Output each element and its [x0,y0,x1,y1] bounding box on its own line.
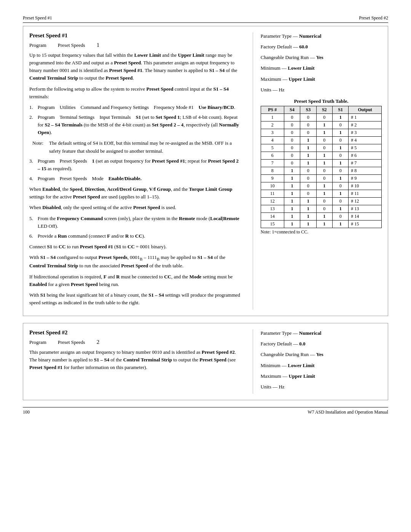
table-cell: # 14 [349,212,382,220]
table-cell: 0 [300,121,316,129]
table-cell: 1 [316,190,332,197]
table-cell: 13 [261,205,284,212]
table-cell: 0 [300,174,316,182]
table-cell: 0 [332,182,348,190]
table-cell: 0 [284,121,300,129]
table-cell: 1 [300,197,316,205]
table-cell: 1 [284,205,300,212]
param-default-2: Factory Default — 0.0 [261,340,382,348]
table-row: 131101# 13 [261,205,381,212]
table-cell: 1 [284,212,300,220]
list-item-6: 6. Provide a Run command (connect F and/… [29,232,241,240]
binary-text: With S1 – S4 configured to output Preset… [29,254,241,270]
table-cell: 0 [300,190,316,197]
program-line-2: Program Preset Speeds 2 [29,339,241,345]
truth-table-body: 10001# 120010# 230011# 340100# 450101# 5… [261,113,381,228]
table-row: 10001# 1 [261,113,381,121]
table-cell: # 12 [349,197,382,205]
table-cell: 0 [284,159,300,167]
param-changeable-2: Changeable During Run — Yes [261,351,382,358]
param-units-1: Units — Hz [261,86,382,94]
table-cell: 3 [261,129,284,136]
table-row: 70111# 7 [261,159,381,167]
table-cell: 1 [332,159,348,167]
table-cell: # 2 [349,121,382,129]
table-cell: 7 [261,159,284,167]
disabled-text: When Disabled, only the speed setting of… [29,204,241,211]
param-type-1: Parameter Type — Numerical [261,32,382,40]
table-cell: 9 [261,174,284,182]
section2-intro: This parameter assigns an output frequen… [29,348,241,371]
program-sub-2: Preset Speeds [58,339,85,345]
table-cell: 0 [300,129,316,136]
lsb-text: With S1 being the least significant bit … [29,291,241,307]
table-cell: 1 [316,159,332,167]
table-cell: 1 [332,174,348,182]
table-cell: 0 [284,129,300,136]
table-cell: 1 [284,174,300,182]
table-cell: 0 [332,212,348,220]
program-label-1: Program [29,42,46,48]
table-cell: 0 [332,136,348,144]
footer-right: W7 ASD Installation and Operation Manual [307,409,388,415]
table-cell: 1 [300,205,316,212]
table-cell: 0 [316,197,332,205]
table-cell: 1 [300,152,316,159]
table-cell: 12 [261,197,284,205]
param-min-2: Minimum — Lower Limit [261,362,382,369]
table-row: 91001# 9 [261,174,381,182]
col-s1: S1 [332,106,348,113]
table-cell: 1 [332,144,348,152]
steps-list-2: 3. Program Preset Speeds 1 (set an outpu… [29,157,241,182]
table-cell: # 3 [349,129,382,136]
param-default-1: Factory Default — 60.0 [261,43,382,51]
footer-left: 100 [23,409,30,415]
table-cell: 1 [284,190,300,197]
table-cell: 0 [316,167,332,174]
table-row: 101010# 10 [261,182,381,190]
table-cell: 1 [332,129,348,136]
table-cell: 1 [284,220,300,228]
param-units-2: Units — Hz [261,383,382,391]
table-cell: 1 [300,220,316,228]
note-item-1: Note: The default setting of S4 is EOff,… [32,139,241,155]
page: Preset Speed #1 Preset Speed #2 Preset S… [0,0,411,532]
table-cell: 1 [261,113,284,121]
steps-list-3: 5. From the Frequency Command screen (on… [29,215,241,240]
table-cell: 8 [261,167,284,174]
program-label-2: Program [29,339,46,345]
table-cell: 0 [332,167,348,174]
section1-setup-intro: Perform the following setup to allow the… [29,85,241,101]
table-cell: 1 [284,197,300,205]
table-cell: 1 [332,220,348,228]
table-cell: # 5 [349,144,382,152]
col-s4: S4 [284,106,300,113]
table-cell: 5 [261,144,284,152]
table-row: 121100# 12 [261,197,381,205]
col-output: Output [349,106,382,113]
list-item-1: 1. Program Utilities Command and Frequen… [29,104,241,111]
list-item-5: 5. From the Frequency Command screen (on… [29,215,241,230]
table-cell: 1 [300,212,316,220]
bottom-bar: 100 W7 ASD Installation and Operation Ma… [23,407,388,415]
table-row: 20010# 2 [261,121,381,129]
table-cell: 0 [332,152,348,159]
table-cell: 1 [300,136,316,144]
table-row: 60110# 6 [261,152,381,159]
program-sub-1: Preset Speeds [58,42,85,48]
table-cell: 1 [316,182,332,190]
table-cell: 1 [316,152,332,159]
enabled-text: When Enabled, the Speed, Direction, Acce… [29,185,241,201]
table-cell: 11 [261,190,284,197]
param-min-1: Minimum — Lower Limit [261,64,382,72]
col-ps: PS # [261,106,284,113]
truth-table-title: Preset Speed Truth Table. [261,98,382,104]
top-bar: Preset Speed #1 Preset Speed #2 [23,15,388,23]
table-cell: 0 [316,205,332,212]
table-cell: 1 [316,129,332,136]
section1-intro: Up to 15 output frequency values that fa… [29,51,241,82]
section-preset-speed-1: Preset Speed #1 Program Preset Speeds 1 … [23,26,388,316]
table-cell: 6 [261,152,284,159]
right-col-1: Parameter Type — Numerical Factory Defau… [253,32,382,310]
table-cell: 4 [261,136,284,144]
